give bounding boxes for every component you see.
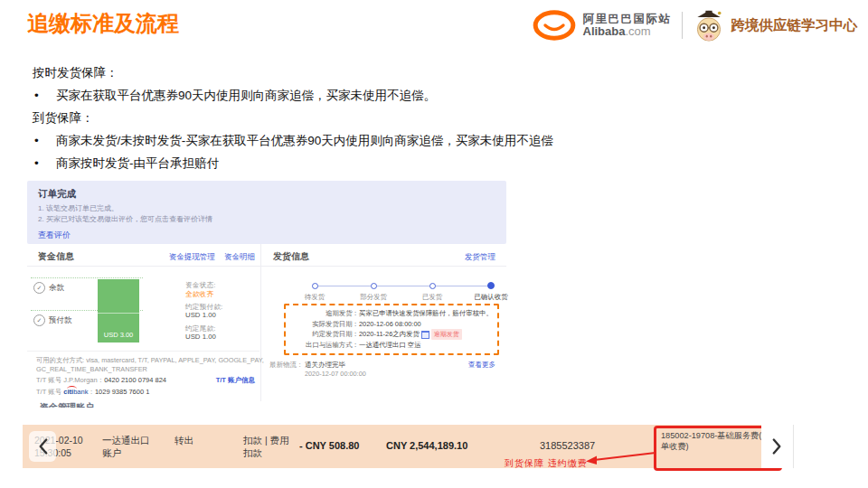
logistics-time: 2020-12-07 00:00:00	[305, 370, 366, 378]
alert-line-actual-date: 实际发货日期：2020-12-06 08:00:00	[290, 319, 493, 330]
check-circle-icon: ✓	[33, 314, 45, 326]
overdue-badge: 逾期发货	[431, 329, 462, 340]
step-dot-shipped	[429, 283, 436, 289]
chevron-right-icon	[771, 437, 783, 455]
alibaba-logo-icon	[532, 8, 577, 42]
header-logo: 阿里巴巴国际站 Alibaba.com 跨境供应链学习中心	[532, 7, 858, 43]
txn-balance: CNY 2,544,189.10	[386, 439, 467, 452]
progress-line	[316, 286, 491, 286]
txn-type: 扣款 | 费用扣款	[243, 434, 297, 459]
shipping-links: 发货管理	[416, 252, 495, 263]
section2-bullet2: •商家按时发货-由平台承担赔付	[34, 155, 219, 172]
payment-methods-line2: GC_REAL_TIME_BANK_TRANSFER	[36, 365, 147, 373]
overdue-alert-box: 逾期发货：买家已申请快速发货保障赔付，赔付审核中。 实际发货日期：2020-12…	[284, 304, 499, 355]
shipping-panel-title: 发货信息	[273, 250, 309, 263]
transaction-row: 2021-02-10 15:30:05 一达通出口账户 转出 扣款 | 费用扣款…	[23, 425, 794, 468]
alert-line-agreed-date: 约定发货日期：2020-11-26之内发货逾期发货	[290, 329, 493, 340]
prepay-value: USD 1.00	[185, 311, 216, 319]
txn-amount: - CNY 508.80	[299, 439, 359, 452]
step-label-partial: 部分发货	[346, 293, 401, 302]
funds-links: 资金提现管理 资金明细	[136, 252, 255, 263]
order-screenshot: 订单完成 1. 该笔交易订单已完成。 2. 买家已对该笔交易做出评价，您可点击查…	[27, 181, 506, 408]
balance-value: USD 1.00	[185, 333, 216, 341]
order-status-line2: 2. 买家已对该笔交易做出评价，您可点击查看评价详情	[38, 214, 212, 224]
step-dot-pending	[312, 283, 318, 289]
section2-heading: 到货保障：	[33, 110, 94, 127]
logo-divider	[682, 12, 683, 39]
funds-separator	[27, 351, 259, 352]
annotation-text: 到货保障 违约缴费	[505, 457, 588, 470]
dotted-line	[31, 277, 143, 278]
scroll-right-button[interactable]	[761, 425, 794, 468]
funds-panel-title: 资金信息	[38, 250, 74, 263]
citibank-logo: citibank	[63, 388, 88, 396]
bar-total-label: USD 3.00	[98, 331, 139, 339]
page-title: 追缴标准及流程	[27, 9, 179, 38]
fund-status-value: 全款收齐	[185, 289, 213, 299]
funds-row-prepay: 预付款	[49, 315, 72, 326]
funds-detail-link[interactable]: 资金明细	[224, 252, 255, 261]
chevron-left-icon	[37, 437, 49, 455]
order-status-title: 订单完成	[38, 188, 76, 201]
bar-divider	[98, 313, 139, 314]
annotation-arrow	[585, 448, 657, 466]
funds-bar-chart: USD 3.00	[98, 279, 139, 343]
txn-direction: 转出	[175, 434, 193, 446]
step-dot-partial	[371, 283, 377, 289]
section1-bullet1: •买家在获取平台优惠券90天内使用则向商家追偿，买家未使用不追偿。	[34, 88, 436, 104]
tt-account-citibank: T/T 账号 citibank：1029 9385 7600 1	[36, 388, 149, 397]
order-status-banner: 订单完成 1. 该笔交易订单已完成。 2. 买家已对该笔交易做出评价，您可点击查…	[27, 181, 506, 244]
slide: 追缴标准及流程 阿里巴巴国际站 Alibaba.com 跨境供应链学习中心	[0, 0, 868, 488]
funds-withdraw-link[interactable]: 资金提现管理	[169, 252, 215, 261]
scroll-left-button[interactable]	[29, 431, 56, 462]
step-label-confirmed: 已确认收货	[464, 293, 518, 302]
funds-row-balance: 余款	[49, 283, 64, 294]
alibaba-wordmark: 阿里巴巴国际站 Alibaba.com	[583, 13, 672, 38]
calendar-icon	[421, 331, 429, 339]
step-label-pending: 待发货	[288, 293, 342, 302]
check-circle-icon: ✓	[33, 282, 45, 294]
brand-en-text: Alibaba.com	[583, 25, 672, 38]
clipped-next-section: 资金管理账户	[40, 401, 221, 408]
brand-cn-text: 阿里巴巴国际站	[583, 13, 672, 25]
view-more-link[interactable]: 查看更多	[434, 361, 495, 370]
learning-center-title: 跨境供应链学习中心	[731, 16, 858, 35]
step-label-shipped: 已发货	[405, 293, 459, 302]
panel-header-underline	[27, 266, 506, 267]
section2-bullet1: •商家未发货/未按时发货-买家在获取平台优惠券90天内使用则向商家追偿，买家未使…	[34, 133, 553, 149]
step-dot-confirmed	[487, 282, 495, 289]
view-review-link[interactable]: 查看评价	[38, 230, 71, 241]
mascot-icon	[693, 7, 725, 43]
panel-divider	[260, 244, 261, 401]
logistics-value: 通关办理完毕	[305, 361, 345, 370]
tt-account-info-link[interactable]: T/T 账户信息	[183, 376, 255, 385]
tt-account-jpmorgan: T/T 账号 J.P.Morgan：0420 2100 0794 824	[36, 376, 166, 385]
alert-line-overdue: 逾期发货：买家已申请快速发货保障赔付，赔付审核中。	[290, 308, 493, 319]
txn-account: 一达通出口账户	[102, 434, 153, 459]
payment-methods-line1: 可用的支付方式: visa, mastercard, T/T, PAYPAL, …	[36, 356, 264, 365]
alert-line-transport: 出口与运输方式：一达通代理出口 空运	[290, 340, 493, 351]
logistics-label: 最新物流：	[269, 361, 304, 370]
order-status-line1: 1. 该笔交易订单已完成。	[38, 203, 118, 213]
section1-heading: 按时发货保障：	[33, 65, 118, 81]
shipping-manage-link[interactable]: 发货管理	[465, 252, 495, 261]
